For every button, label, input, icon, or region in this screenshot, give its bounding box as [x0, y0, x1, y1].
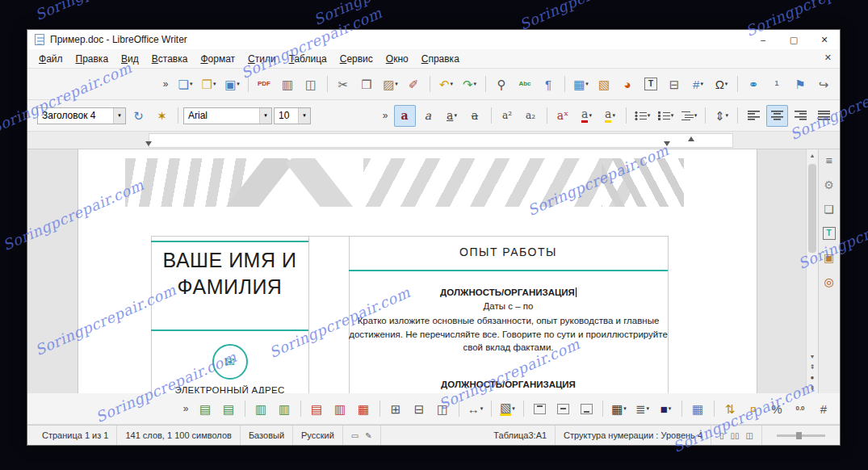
- vertical-scrollbar[interactable]: ▲ ▼ ⇞ ● ⇟: [806, 149, 818, 393]
- paste-button[interactable]: ▨ ▾: [379, 73, 401, 95]
- previous-page-button[interactable]: ⇞: [807, 362, 818, 372]
- align-bottom-button[interactable]: [576, 398, 598, 420]
- job2-title[interactable]: ДОЛЖНОСТЬ/ОРГАНИЗАЦИЯ: [349, 380, 668, 389]
- combo-arrow-icon[interactable]: ▾: [298, 108, 310, 124]
- font-color-button[interactable]: a ▾: [576, 105, 598, 127]
- cut-button[interactable]: ✂: [333, 73, 354, 95]
- align-right-button[interactable]: [790, 105, 811, 127]
- insert-field-button[interactable]: # ▾: [687, 73, 709, 95]
- print-preview-button[interactable]: ◫: [300, 73, 322, 95]
- bold-button[interactable]: a: [394, 105, 416, 127]
- insert-image-button[interactable]: ▧: [593, 73, 615, 95]
- job1-dates[interactable]: Даты с – по: [349, 301, 668, 311]
- export-pdf-button[interactable]: PDF: [254, 73, 275, 95]
- delete-table-button[interactable]: ▦: [353, 398, 375, 420]
- paragraph-style-combo[interactable]: Заголовок 4 ▾: [37, 107, 126, 124]
- menu-view[interactable]: Вид: [115, 51, 145, 67]
- menu-format[interactable]: Формат: [194, 51, 241, 67]
- print-button[interactable]: ▥: [277, 73, 299, 95]
- zoom-slider-thumb[interactable]: [796, 432, 802, 439]
- merge-cells-button[interactable]: ⊞: [385, 398, 407, 420]
- undo-button[interactable]: ↶ ▾: [435, 73, 457, 95]
- properties-wrench-icon[interactable]: ⚙: [820, 176, 838, 194]
- save-button[interactable]: ▣ ▾: [221, 73, 243, 95]
- open-button[interactable]: ❐ ▾: [198, 73, 220, 95]
- number-format-percent-button[interactable]: %: [766, 398, 788, 420]
- right-indent-marker[interactable]: [688, 136, 694, 141]
- delete-row-button[interactable]: ▤: [306, 398, 328, 420]
- menu-window[interactable]: Окно: [379, 51, 415, 67]
- menu-help[interactable]: Справка: [415, 51, 466, 67]
- background-color-button[interactable]: ▧ ▾: [497, 398, 518, 420]
- resume-header-graphic[interactable]: [125, 158, 684, 207]
- bookmark-button[interactable]: ⚑: [790, 73, 811, 95]
- justify-button[interactable]: [813, 105, 835, 127]
- navigator-deck-icon[interactable]: ◎: [820, 273, 838, 291]
- special-character-button[interactable]: Ω ▾: [711, 73, 732, 95]
- align-top-button[interactable]: [529, 398, 551, 420]
- insert-chart-button[interactable]: ◕: [617, 73, 639, 95]
- insert-row-below-button[interactable]: ▤: [218, 398, 240, 420]
- document-modified-icon[interactable]: ✎: [365, 431, 371, 440]
- outline-list-button[interactable]: ▾: [678, 105, 700, 127]
- language-status[interactable]: Русский: [293, 426, 343, 445]
- scroll-up-button[interactable]: ▲: [807, 149, 818, 161]
- font-size-combo[interactable]: 10 ▾: [274, 107, 311, 124]
- delete-column-button[interactable]: ▥: [329, 398, 351, 420]
- update-style-button[interactable]: ↻: [128, 105, 149, 127]
- combo-arrow-icon[interactable]: ▾: [113, 108, 125, 124]
- sidebar-settings-icon[interactable]: ≡: [820, 152, 838, 170]
- titlebar[interactable]: Пример.doc - LibreOffice Writer – ▢ ✕: [27, 30, 840, 49]
- number-format-currency-button[interactable]: ¤: [743, 398, 765, 420]
- document-canvas[interactable]: ВАШЕ ИМЯ И ФАМИЛИЯ ✉ ЭЛЕКТРОННЫЙ АДРЕС О…: [27, 149, 806, 393]
- scroll-down-button[interactable]: ▼: [807, 350, 818, 362]
- numbered-list-button[interactable]: ▾: [655, 105, 677, 127]
- menu-table[interactable]: Таблица: [283, 51, 333, 67]
- page-count-status[interactable]: Страница 1 из 1: [34, 426, 117, 445]
- insert-column-before-button[interactable]: ▥: [250, 398, 272, 420]
- highlight-color-button[interactable]: a ▾: [599, 105, 621, 127]
- strikethrough-button[interactable]: a: [464, 105, 486, 127]
- new-style-button[interactable]: ✶: [151, 105, 173, 127]
- page-break-button[interactable]: ⊟: [664, 73, 686, 95]
- bullet-list-button[interactable]: ▾: [631, 105, 653, 127]
- envelope-icon[interactable]: ✉: [212, 344, 248, 380]
- word-count-status[interactable]: 141 слов, 1 100 символов: [117, 426, 240, 445]
- indent-marker[interactable]: [145, 141, 152, 146]
- align-center-button[interactable]: [766, 105, 788, 127]
- align-left-button[interactable]: [743, 105, 765, 127]
- redo-button[interactable]: ↷ ▾: [459, 73, 480, 95]
- formatting-marks-button[interactable]: ¶: [538, 73, 560, 95]
- number-format-button[interactable]: #: [813, 398, 835, 420]
- indent-marker[interactable]: [664, 141, 670, 146]
- table-properties-button[interactable]: ▦: [687, 398, 709, 420]
- book-view-button[interactable]: ◫: [746, 431, 753, 440]
- border-color-button[interactable]: ■ ▾: [655, 398, 677, 420]
- clear-formatting-button[interactable]: aˣ: [552, 105, 574, 127]
- page-deck-icon[interactable]: ❏: [820, 200, 838, 218]
- single-page-view-button[interactable]: ▯: [719, 431, 724, 440]
- formatting-toolbar-overflow-button[interactable]: »: [378, 106, 392, 125]
- scrollbar-thumb[interactable]: [808, 164, 816, 253]
- page-style-status[interactable]: Базовый: [241, 426, 293, 445]
- standard-toolbar-overflow-button[interactable]: »: [158, 74, 173, 94]
- table-toolbar-overflow-button[interactable]: »: [178, 399, 193, 418]
- selection-mode-icon[interactable]: ▭: [351, 431, 359, 440]
- insert-column-after-button[interactable]: ▥: [274, 398, 296, 420]
- styles-deck-icon[interactable]: T: [820, 225, 838, 242]
- insert-text-box-button[interactable]: T: [640, 73, 662, 95]
- footnote-button[interactable]: ¹: [766, 73, 788, 95]
- scrollbar-track[interactable]: [807, 161, 818, 350]
- new-document-button[interactable]: ❏ ▾: [174, 73, 196, 95]
- document-page[interactable]: ВАШЕ ИМЯ И ФАМИЛИЯ ✉ ЭЛЕКТРОННЫЙ АДРЕС О…: [78, 149, 757, 393]
- hyperlink-button[interactable]: ⚭: [743, 73, 765, 95]
- subscript-button[interactable]: a₂: [520, 105, 542, 127]
- border-style-button[interactable]: ≣ ▾: [631, 398, 653, 420]
- sort-button[interactable]: ⇅: [719, 398, 741, 420]
- number-format-decimal-button[interactable]: 0.0: [790, 398, 811, 420]
- italic-button[interactable]: a: [417, 105, 439, 127]
- menu-edit[interactable]: Правка: [69, 51, 115, 67]
- find-replace-button[interactable]: ⚲: [491, 73, 513, 95]
- experience-section-title[interactable]: ОПЫТ РАБОТЫ: [349, 245, 668, 258]
- multi-page-view-button[interactable]: ▯▯: [731, 431, 740, 440]
